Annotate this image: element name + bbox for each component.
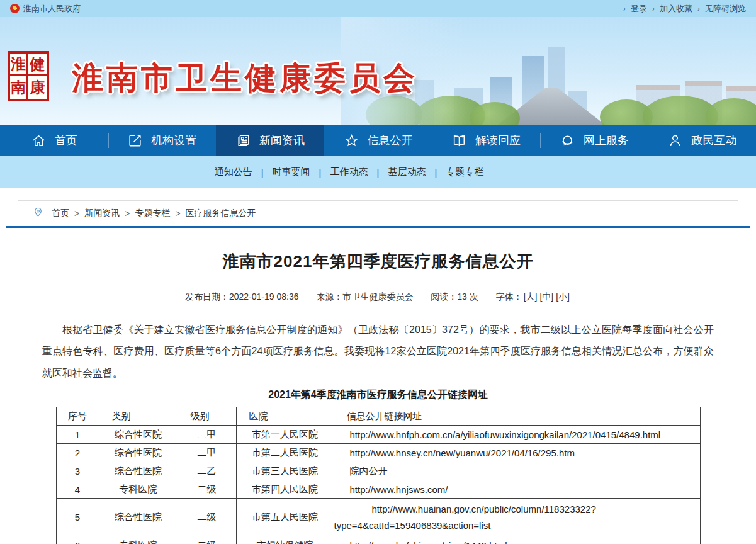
table-cell: 二级: [178, 536, 236, 544]
table-row: 2综合性医院二甲市第二人民医院http://www.hnsey.cn/new/y…: [56, 444, 700, 462]
chevron-separator: ›: [697, 4, 700, 13]
newspaper-icon: [235, 133, 251, 149]
table-cell: 综合性医院: [99, 444, 178, 462]
table-cell: 5: [56, 499, 99, 536]
publish-date: 发布日期：2022-01-19 08:36: [185, 292, 299, 302]
article-paragraph: 根据省卫健委《关于建立安徽省医疗服务信息公开制度的通知》（卫政法秘〔2015〕3…: [42, 319, 714, 384]
table-row: 4专科医院二级市第四人民医院http://www.hnjsws.com/: [56, 480, 700, 499]
sub-nav-links: 通知公告|时事要闻|工作动态|基层动态|专题专栏: [215, 166, 484, 178]
article-title: 淮南市2021年第四季度医疗服务信息公开: [18, 228, 738, 273]
font-size-link[interactable]: [中]: [539, 292, 553, 302]
subnav-link[interactable]: 时事要闻: [273, 166, 310, 178]
topbar-links: ›登录›加入收藏›无障碍浏览: [623, 3, 746, 14]
table-cell: 1: [56, 426, 99, 444]
seal-character: 南: [10, 76, 28, 99]
nav-item-interact[interactable]: 政民互动: [648, 125, 756, 156]
seal-character: 健: [28, 54, 47, 76]
nav-item-label: 网上服务: [584, 133, 629, 148]
seal-character: 淮: [10, 54, 28, 76]
topbar-link[interactable]: 无障碍浏览: [705, 3, 746, 14]
sub-nav: 通知公告|时事要闻|工作动态|基层动态|专题专栏: [0, 156, 756, 188]
table-cell: 综合性医院: [99, 499, 178, 536]
site-banner: 淮健南康 淮南市卫生健康委员会: [0, 17, 756, 125]
table-cell: 二乙: [178, 462, 236, 480]
nav-item-openinfo[interactable]: 信息公开: [324, 125, 432, 156]
hospital-info-url[interactable]: http://www.hnfph.com.cn/a/yiliaofuwuxinx…: [334, 426, 700, 444]
article-meta: 发布日期：2022-01-19 08:36 来源：市卫生健康委员会 阅读：13 …: [18, 292, 738, 303]
hospital-info-url[interactable]: http://www.hnfybj.com/view/1449.html: [334, 536, 700, 544]
gov-portal-link[interactable]: ★ 淮南市人民政府: [10, 3, 81, 14]
nav-item-home[interactable]: 首页: [0, 125, 108, 156]
table-header-cell: 类别: [99, 407, 178, 426]
subnav-link[interactable]: 通知公告: [215, 166, 252, 178]
star-icon: [344, 133, 359, 149]
chevron-separator: ›: [623, 4, 626, 13]
breadcrumb-separator: >: [125, 208, 130, 218]
table-header-cell: 信息公开链接网址: [334, 407, 700, 426]
breadcrumb-separator: >: [74, 208, 79, 218]
nav-item-label: 政民互动: [691, 133, 736, 148]
hospital-info-url[interactable]: http://www.hnjsws.com/: [334, 480, 700, 499]
table-cell: 6: [56, 536, 99, 544]
person-icon: [667, 133, 683, 149]
breadcrumb-separator: >: [175, 208, 180, 218]
topbar-link[interactable]: 登录: [631, 3, 647, 14]
table-cell: 2: [56, 444, 99, 462]
table-header-cell: 级别: [178, 407, 236, 426]
table-cell: 二甲: [178, 444, 236, 462]
breadcrumb-item[interactable]: 首页: [52, 208, 69, 219]
subnav-separator: |: [261, 167, 264, 178]
table-cell: 二级: [178, 480, 236, 499]
article-container: 淮南市2021年第四季度医疗服务信息公开 发布日期：2022-01-19 08:…: [18, 228, 738, 544]
nav-item-news[interactable]: 新闻资讯: [216, 125, 324, 156]
subnav-separator: |: [377, 167, 380, 178]
nav-item-service[interactable]: 网上服务: [540, 125, 648, 156]
subnav-link[interactable]: 基层动态: [388, 166, 426, 178]
globe-icon: [560, 133, 575, 149]
subnav-separator: |: [319, 167, 322, 178]
top-utility-bar: ★ 淮南市人民政府 ›登录›加入收藏›无障碍浏览: [0, 0, 756, 17]
chevron-separator: ›: [652, 4, 655, 13]
table-row: 3综合性医院二乙市第三人民医院院内公开: [56, 462, 700, 480]
table-cell: 院内公开: [334, 462, 700, 480]
main-nav: 首页机构设置新闻资讯信息公开解读回应网上服务政民互动: [0, 125, 756, 156]
topbar-link[interactable]: 加入收藏: [660, 3, 692, 14]
subnav-separator: |: [434, 167, 437, 178]
nav-item-orgs[interactable]: 机构设置: [108, 125, 217, 156]
breadcrumb-item[interactable]: 专题专栏: [135, 208, 170, 219]
compose-icon: [127, 133, 143, 149]
location-pin-icon: [32, 207, 44, 220]
table-cell: 综合性医院: [99, 462, 178, 480]
table-caption: 2021年第4季度淮南市医疗服务信息公开链接网址: [18, 388, 738, 402]
subnav-link[interactable]: 专题专栏: [446, 166, 483, 178]
table-cell: 市第五人民医院: [236, 499, 334, 536]
site-title[interactable]: 淮南市卫生健康委员会: [72, 57, 418, 99]
hospital-info-url[interactable]: http://www.hnsey.cn/new/yuanwu/2021/04/1…: [334, 444, 700, 462]
font-size-link[interactable]: [大]: [524, 292, 538, 302]
gov-portal-label: 淮南市人民政府: [23, 3, 81, 14]
nav-item-label: 机构设置: [151, 133, 196, 148]
book-icon: [451, 133, 467, 149]
nav-item-respond[interactable]: 解读回应: [432, 125, 540, 156]
subnav-link[interactable]: 工作动态: [330, 166, 368, 178]
table-cell: 专科医院: [99, 480, 178, 499]
table-header-cell: 序号: [56, 407, 99, 426]
table-cell: 4: [56, 480, 99, 499]
breadcrumb-item[interactable]: 新闻资讯: [84, 208, 120, 219]
table-cell: 综合性医院: [99, 426, 178, 444]
table-cell: 专科医院: [99, 536, 178, 544]
table-row: 5综合性医院二级市第五人民医院http://www.huainan.gov.cn…: [56, 499, 700, 536]
table-row: 6专科医院二级市妇幼保健院http://www.hnfybj.com/view/…: [56, 536, 700, 544]
breadcrumb-item[interactable]: 医疗服务信息公开: [186, 208, 256, 219]
nav-item-label: 信息公开: [368, 133, 413, 148]
table-row: 1综合性医院三甲市第一人民医院http://www.hnfph.com.cn/a…: [56, 426, 700, 444]
article-source: 来源：市卫生健康委员会: [316, 292, 413, 302]
table-cell: 市第三人民医院: [236, 462, 334, 480]
font-size-link[interactable]: [小]: [556, 292, 570, 302]
national-emblem-icon: ★: [10, 4, 20, 13]
seal-character: 康: [28, 76, 47, 99]
table-header-cell: 医院: [236, 407, 334, 426]
hospital-info-url[interactable]: http://www.huainan.gov.cn/public/column/…: [334, 499, 700, 536]
agency-seal-logo[interactable]: 淮健南康: [8, 51, 49, 101]
read-count: 阅读：13 次: [431, 292, 478, 302]
